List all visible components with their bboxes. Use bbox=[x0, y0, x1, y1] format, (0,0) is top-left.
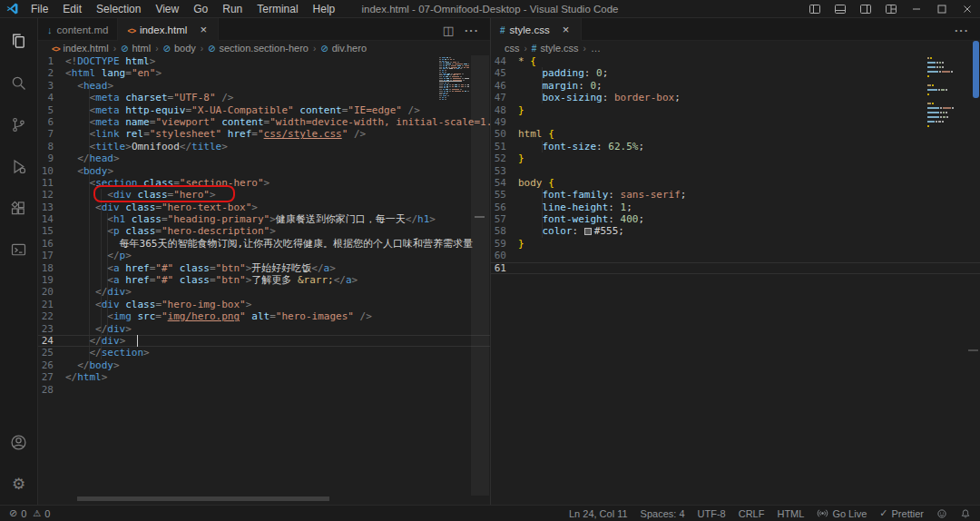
code-line-60[interactable]: 60 bbox=[491, 250, 980, 261]
code-line-23[interactable]: 23 </div> bbox=[38, 323, 490, 335]
line-number[interactable]: 44 bbox=[491, 55, 518, 67]
line-number[interactable]: 51 bbox=[491, 141, 518, 152]
line-number[interactable]: 49 bbox=[491, 116, 518, 128]
code-line-26[interactable]: 26 </body> bbox=[38, 359, 490, 371]
code-line-47[interactable]: 47 box-sizing: border-box; bbox=[491, 92, 980, 103]
line-number[interactable]: 47 bbox=[491, 92, 518, 103]
tab-content.md[interactable]: ↓content.md bbox=[38, 18, 118, 41]
line-number[interactable]: 53 bbox=[491, 165, 518, 177]
close-window-button[interactable] bbox=[955, 0, 980, 18]
line-number[interactable]: 24 bbox=[38, 335, 65, 347]
menu-terminal[interactable]: Terminal bbox=[250, 0, 305, 18]
code-line-50[interactable]: 50html { bbox=[491, 128, 980, 140]
more-icon[interactable]: ··· bbox=[465, 22, 479, 38]
line-number[interactable]: 5 bbox=[38, 104, 65, 116]
breadcrumb-item-css[interactable]: css bbox=[505, 43, 520, 54]
code-line-4[interactable]: 4 <meta charset="UTF-8" /> bbox=[38, 92, 490, 103]
code-line-9[interactable]: 9 </head> bbox=[38, 152, 490, 164]
account-icon[interactable] bbox=[0, 421, 38, 463]
line-number[interactable]: 52 bbox=[491, 152, 518, 164]
code-line-2[interactable]: 2<html lang="en"> bbox=[38, 67, 490, 79]
code-line-15[interactable]: 15 <p class="hero-description"> bbox=[38, 225, 490, 237]
color-swatch[interactable] bbox=[584, 228, 592, 235]
code-line-10[interactable]: 10 <body> bbox=[38, 165, 490, 177]
line-number[interactable]: 13 bbox=[38, 202, 65, 213]
code-line-53[interactable]: 53 bbox=[491, 165, 980, 177]
menu-help[interactable]: Help bbox=[306, 0, 343, 18]
line-number[interactable]: 25 bbox=[38, 347, 65, 359]
code-line-58[interactable]: 58 color: #555; bbox=[491, 225, 980, 237]
code-line-8[interactable]: 8 <title>Omnifood</title> bbox=[38, 141, 490, 152]
line-number[interactable]: 48 bbox=[491, 104, 518, 116]
line-number[interactable]: 58 bbox=[491, 225, 518, 237]
code-line-48[interactable]: 48} bbox=[491, 104, 980, 116]
split-editor-icon[interactable]: ◫ bbox=[443, 22, 454, 38]
code-line-24[interactable]: 24 </div> bbox=[38, 335, 490, 347]
menu-selection[interactable]: Selection bbox=[89, 0, 148, 18]
line-number[interactable]: 2 bbox=[38, 67, 65, 79]
search-icon[interactable] bbox=[0, 62, 38, 103]
more-icon[interactable]: ··· bbox=[955, 22, 969, 38]
code-editor-css[interactable]: 44* {45 padding: 0;46 margin: 0;47 box-s… bbox=[491, 55, 980, 505]
code-line-27[interactable]: 27</html> bbox=[38, 371, 490, 383]
line-number[interactable]: 54 bbox=[491, 177, 518, 189]
problems-indicator[interactable]: ⊘ 0 ⚠ 0 bbox=[9, 507, 50, 519]
status-spaces-4[interactable]: Spaces: 4 bbox=[641, 508, 685, 519]
status-crlf[interactable]: CRLF bbox=[739, 508, 765, 519]
line-number[interactable]: 55 bbox=[491, 189, 518, 201]
line-number[interactable]: 50 bbox=[491, 128, 518, 140]
line-number[interactable]: 6 bbox=[38, 116, 65, 128]
line-number[interactable]: 57 bbox=[491, 213, 518, 225]
tab-index.html[interactable]: <>index.html× bbox=[118, 18, 219, 41]
breadcrumb-item-body[interactable]: ⊘body bbox=[163, 43, 196, 54]
tab-style.css[interactable]: #style.css× bbox=[491, 18, 582, 41]
code-line-13[interactable]: 13 <div class="hero-text-box"> bbox=[38, 202, 490, 213]
line-number[interactable]: 1 bbox=[38, 55, 65, 67]
line-number[interactable]: 9 bbox=[38, 152, 65, 164]
line-number[interactable]: 11 bbox=[38, 177, 65, 189]
line-number[interactable]: 20 bbox=[38, 286, 65, 298]
layout-sidebar-right-icon[interactable] bbox=[853, 0, 878, 18]
breadcrumb-item-html[interactable]: ⊘html bbox=[121, 43, 151, 54]
code-line-54[interactable]: 54body { bbox=[491, 177, 980, 189]
code-line-49[interactable]: 49 bbox=[491, 116, 980, 128]
source-control-icon[interactable] bbox=[0, 103, 38, 145]
layout-panel-bottom-icon[interactable] bbox=[828, 0, 853, 18]
code-line-46[interactable]: 46 margin: 0; bbox=[491, 80, 980, 92]
code-line-16[interactable]: 16 每年365天的智能食物订阅,让你再次吃得健康。根据您的个人口味和营养需求量 bbox=[38, 238, 490, 250]
line-number[interactable]: 19 bbox=[38, 274, 65, 286]
code-line-56[interactable]: 56 line-height: 1; bbox=[491, 202, 980, 213]
line-number[interactable]: 56 bbox=[491, 202, 518, 213]
code-line-52[interactable]: 52} bbox=[491, 152, 980, 164]
line-number[interactable]: 4 bbox=[38, 92, 65, 103]
breadcrumb-item-index.html[interactable]: <>index.html bbox=[52, 43, 109, 54]
menu-view[interactable]: View bbox=[148, 0, 186, 18]
layout-sidebar-left-icon[interactable] bbox=[802, 0, 828, 18]
close-tab-icon[interactable]: × bbox=[561, 23, 572, 36]
code-line-44[interactable]: 44* { bbox=[491, 55, 980, 67]
line-number[interactable]: 28 bbox=[38, 384, 65, 396]
code-line-59[interactable]: 59} bbox=[491, 238, 980, 250]
vertical-scrollbar[interactable] bbox=[471, 55, 489, 496]
code-line-19[interactable]: 19 <a href="#" class="btn">了解更多 &rarr;</… bbox=[38, 274, 490, 286]
line-number[interactable]: 8 bbox=[38, 141, 65, 152]
code-line-1[interactable]: 1<!DOCTYPE html> bbox=[38, 55, 490, 67]
line-number[interactable]: 21 bbox=[38, 299, 65, 310]
line-number[interactable]: 26 bbox=[38, 359, 65, 371]
menu-go[interactable]: Go bbox=[186, 0, 215, 18]
run-debug-icon[interactable] bbox=[0, 145, 38, 187]
remote-terminal-icon[interactable] bbox=[0, 229, 38, 270]
maximize-button[interactable] bbox=[929, 0, 955, 18]
customize-layout-icon[interactable] bbox=[878, 0, 904, 18]
line-number[interactable]: 7 bbox=[38, 128, 65, 140]
code-editor-html[interactable]: 1<!DOCTYPE html>2<html lang="en">3 <head… bbox=[38, 55, 490, 505]
code-line-21[interactable]: 21 <div class="hero-img-box"> bbox=[38, 299, 490, 310]
line-number[interactable]: 3 bbox=[38, 80, 65, 92]
menu-edit[interactable]: Edit bbox=[55, 0, 89, 18]
code-line-25[interactable]: 25 </section> bbox=[38, 347, 490, 359]
line-number[interactable]: 61 bbox=[491, 262, 518, 274]
line-number[interactable]: 27 bbox=[38, 371, 65, 383]
code-line-5[interactable]: 5 <meta http-equiv="X-UA-Compatible" con… bbox=[38, 104, 490, 116]
code-line-55[interactable]: 55 font-family: sans-serif; bbox=[491, 189, 980, 201]
breadcrumb-item-…[interactable]: … bbox=[591, 43, 601, 54]
